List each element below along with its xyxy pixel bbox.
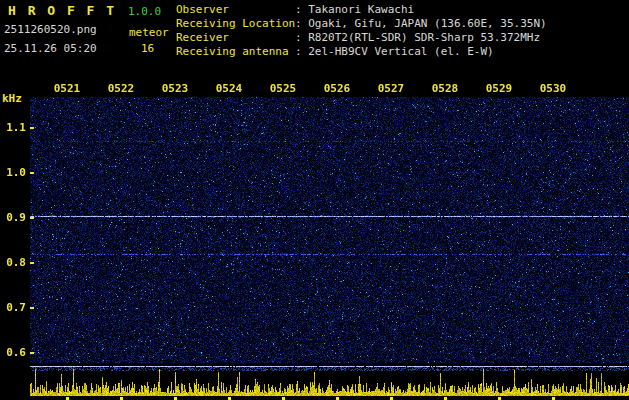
freq-tick-label: 0.6 [0, 346, 26, 359]
time-tick-label: 0521 [54, 82, 81, 95]
info-value: : Ogaki, Gifu, JAPAN (136.60E, 35.35N) [295, 17, 547, 30]
time-tick-label: 0530 [540, 82, 567, 95]
signal-level-strip-canvas [30, 364, 629, 400]
info-label: Observer [176, 3, 295, 17]
station-info-row: Observer: Takanori Kawachi [176, 3, 547, 17]
time-tick-label: 0526 [324, 82, 351, 95]
app-title: H R O F F T [8, 3, 116, 18]
station-info-row: Receiving antenna: 2el-HB9CV Vertical (e… [176, 45, 547, 59]
info-label: Receiving Location [176, 17, 295, 31]
info-label: Receiver [176, 31, 295, 45]
freq-tick-label: 1.0 [0, 166, 26, 179]
spectrogram-canvas [30, 97, 629, 363]
hrofft-screen: H R O F F T 1.0.0 2511260520.png meteor … [0, 0, 629, 400]
time-tick-label: 0525 [270, 82, 297, 95]
freq-tick-label: 0.7 [0, 301, 26, 314]
info-value: : R820T2(RTL-SDR) SDR-Sharp 53.372MHz [295, 31, 540, 44]
station-info-row: Receiving Location: Ogaki, Gifu, JAPAN (… [176, 17, 547, 31]
mode-label: meteor [129, 26, 169, 39]
station-info-row: Receiver: R820T2(RTL-SDR) SDR-Sharp 53.3… [176, 31, 547, 45]
time-tick-label: 0524 [216, 82, 243, 95]
time-tick-label: 0527 [378, 82, 405, 95]
info-value: : 2el-HB9CV Vertical (el. E-W) [295, 45, 494, 58]
time-tick-label: 0522 [108, 82, 135, 95]
info-value: : Takanori Kawachi [295, 3, 414, 16]
time-tick-label: 0529 [486, 82, 513, 95]
freq-tick-label: 1.1 [0, 121, 26, 134]
datetime-label: 25.11.26 05:20 [4, 42, 97, 55]
freq-tick-label: 0.9 [0, 211, 26, 224]
info-label: Receiving antenna [176, 45, 295, 59]
app-version: 1.0.0 [128, 5, 161, 18]
y-axis-unit-label: kHz [2, 92, 22, 105]
freq-tick-label: 0.8 [0, 256, 26, 269]
time-tick-label: 0523 [162, 82, 189, 95]
station-info: Observer: Takanori Kawachi Receiving Loc… [176, 3, 547, 59]
output-file-name: 2511260520.png [4, 23, 97, 36]
echo-count: 16 [141, 42, 154, 55]
time-tick-label: 0528 [432, 82, 459, 95]
